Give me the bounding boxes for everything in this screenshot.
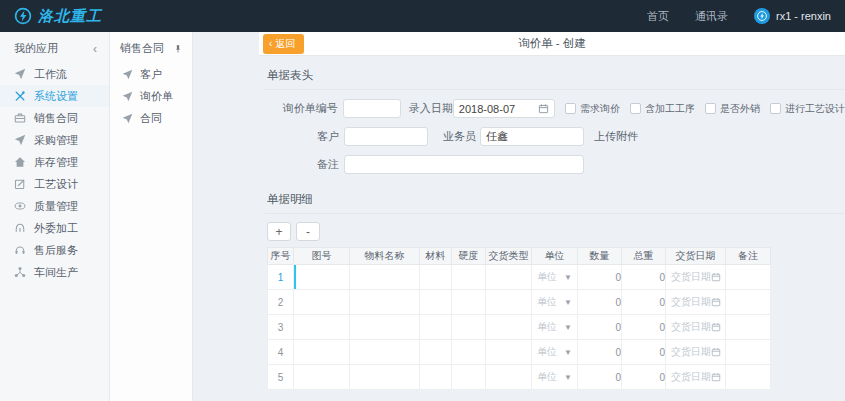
delivery-date-cell[interactable]: 交货日期 [666,340,726,365]
remark-cell[interactable] [726,315,771,340]
checkbox-with-processing[interactable]: 含加工工序 [630,102,695,116]
unit-select-cell[interactable]: 单位▼ [532,340,578,365]
unit-select-cell[interactable]: 单位▼ [532,290,578,315]
user-menu[interactable]: rx1 - renxin [754,8,831,24]
drawing-no-cell[interactable] [294,265,350,290]
qty-cell[interactable]: 0 [578,365,622,390]
hardness-cell[interactable] [452,290,486,315]
checkbox-box[interactable] [630,103,641,114]
home-icon [14,156,26,168]
row-number[interactable]: 4 [268,340,294,365]
delivery-type-cell[interactable] [486,265,532,290]
checkbox-export[interactable]: 是否外销 [705,102,760,116]
sidebar-item-sales-contract[interactable]: 销售合同 [0,107,109,129]
material-name-cell[interactable] [350,265,420,290]
material-name-cell[interactable] [350,290,420,315]
sidebar-item-system-settings[interactable]: 系统设置 [0,85,109,107]
material-name-cell[interactable] [350,340,420,365]
back-button[interactable]: ‹ 返回 [263,34,304,54]
col-delivery-date: 交货日期 [666,248,726,265]
customer-input[interactable] [344,127,428,146]
sidebar-item-after-sales[interactable]: 售后服务 [0,239,109,261]
weight-cell[interactable]: 0 [622,290,666,315]
hardness-cell[interactable] [452,265,486,290]
sidebar-item-workflow[interactable]: 工作流 [0,63,109,85]
qty-cell[interactable]: 0 [578,315,622,340]
checkbox-box[interactable] [705,103,716,114]
nav-contacts[interactable]: 通讯录 [695,9,728,24]
row-number[interactable]: 2 [268,290,294,315]
material-cell[interactable] [420,340,452,365]
collapse-icon[interactable]: ‹ [93,42,97,56]
material-name-cell[interactable] [350,365,420,390]
qty-cell[interactable]: 0 [578,265,622,290]
remark-cell[interactable] [726,290,771,315]
remark-cell[interactable] [726,365,771,390]
weight-cell[interactable]: 0 [622,315,666,340]
sidebar-item-purchase[interactable]: 采购管理 [0,129,109,151]
delivery-date-cell[interactable]: 交货日期 [666,265,726,290]
hardness-cell[interactable] [452,340,486,365]
submenu: 销售合同 客户 询价单 合同 [110,32,193,401]
sidebar-item-process-design[interactable]: 工艺设计 [0,173,109,195]
drawing-no-cell[interactable] [294,340,350,365]
checkbox-process-design[interactable]: 进行工艺设计 [770,102,845,116]
salesman-label: 业务员 [436,129,476,144]
submenu-item-customer[interactable]: 客户 [110,63,192,85]
nav-home[interactable]: 首页 [647,9,669,24]
delivery-date-cell[interactable]: 交货日期 [666,365,726,390]
checkbox-box[interactable] [770,103,781,114]
inquiry-no-input[interactable] [343,99,401,118]
material-name-cell[interactable] [350,315,420,340]
delivery-date-cell[interactable]: 交货日期 [666,290,726,315]
row-number[interactable]: 3 [268,315,294,340]
drawing-no-cell[interactable] [294,290,350,315]
delivery-type-cell[interactable] [486,315,532,340]
submenu-item-inquiry[interactable]: 询价单 [110,85,192,107]
delivery-date-cell[interactable]: 交货日期 [666,315,726,340]
material-cell[interactable] [420,315,452,340]
row-number[interactable]: 1 [268,265,294,290]
remark-cell[interactable] [726,265,771,290]
remove-row-button[interactable]: - [296,222,320,241]
unit-select-cell[interactable]: 单位▼ [532,315,578,340]
sidebar-item-workshop[interactable]: 车间生产 [0,261,109,283]
hardness-cell[interactable] [452,315,486,340]
qty-cell[interactable]: 0 [578,290,622,315]
remark-input[interactable] [344,155,584,174]
checkbox-demand-inquiry[interactable]: 需求询价 [565,102,620,116]
drawing-no-cell[interactable] [294,365,350,390]
material-cell[interactable] [420,265,452,290]
weight-cell[interactable]: 0 [622,340,666,365]
qty-cell[interactable]: 0 [578,340,622,365]
sidebar-item-outsourcing[interactable]: 外委加工 [0,217,109,239]
weight-cell[interactable]: 0 [622,365,666,390]
material-cell[interactable] [420,365,452,390]
chevron-down-icon: ▼ [564,323,572,332]
eye-icon [14,200,26,212]
unit-select-cell[interactable]: 单位▼ [532,365,578,390]
sidebar-item-inventory[interactable]: 库存管理 [0,151,109,173]
hardness-cell[interactable] [452,365,486,390]
add-row-button[interactable]: + [267,222,291,241]
material-cell[interactable] [420,290,452,315]
submenu-item-contract[interactable]: 合同 [110,107,192,129]
remark-cell[interactable] [726,340,771,365]
row-number[interactable]: 5 [268,365,294,390]
sidebar-title: 我的应用 [14,41,58,56]
drawing-no-cell[interactable] [294,315,350,340]
sidebar-item-quality[interactable]: 质量管理 [0,195,109,217]
salesman-input[interactable] [480,127,584,146]
delivery-type-cell[interactable] [486,340,532,365]
unit-select-cell[interactable]: 单位▼ [532,265,578,290]
brand-logo[interactable]: 洛北重工 [14,7,102,26]
weight-cell[interactable]: 0 [622,265,666,290]
upload-attachment-link[interactable]: 上传附件 [594,129,638,144]
delivery-type-cell[interactable] [486,290,532,315]
calendar-icon [711,297,721,307]
checkbox-box[interactable] [565,103,576,114]
entry-date-input[interactable]: 2018-08-07 [453,99,555,118]
col-delivery-type: 交货类型 [486,248,532,265]
pin-icon[interactable] [173,44,183,54]
delivery-type-cell[interactable] [486,365,532,390]
